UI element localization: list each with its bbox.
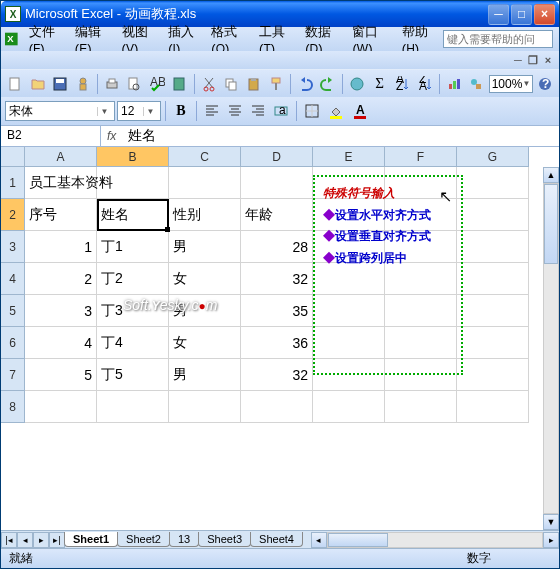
column-header[interactable]: E xyxy=(313,147,385,167)
align-right-button[interactable] xyxy=(247,100,269,122)
sheet-tab[interactable]: Sheet3 xyxy=(198,532,251,547)
research-button[interactable] xyxy=(169,73,189,95)
cell[interactable] xyxy=(457,391,529,423)
cell[interactable] xyxy=(169,391,241,423)
scroll-down-button[interactable]: ▼ xyxy=(543,514,559,530)
scroll-thumb[interactable] xyxy=(328,533,388,547)
cell[interactable] xyxy=(385,359,457,391)
horizontal-scrollbar[interactable]: ◂ ▸ xyxy=(311,532,559,548)
chart-button[interactable] xyxy=(444,73,464,95)
cell[interactable]: 男 xyxy=(169,231,241,263)
sort-desc-button[interactable]: ZA xyxy=(414,73,434,95)
borders-button[interactable] xyxy=(301,100,323,122)
cell[interactable] xyxy=(313,391,385,423)
cell[interactable]: 女 xyxy=(169,327,241,359)
cell[interactable] xyxy=(313,263,385,295)
align-center-button[interactable] xyxy=(224,100,246,122)
save-button[interactable] xyxy=(50,73,70,95)
tab-prev-button[interactable]: ◂ xyxy=(17,532,33,548)
cell[interactable]: 丁2 xyxy=(97,263,169,295)
cell[interactable]: 5 xyxy=(25,359,97,391)
cell[interactable] xyxy=(241,167,313,199)
cell[interactable]: 36 xyxy=(241,327,313,359)
cell[interactable]: 2 xyxy=(25,263,97,295)
cell[interactable]: 32 xyxy=(241,263,313,295)
row-header[interactable]: 4 xyxy=(1,263,25,295)
cell[interactable] xyxy=(313,327,385,359)
font-size-combo[interactable]: 12▼ xyxy=(117,101,161,121)
column-header[interactable]: A xyxy=(25,147,97,167)
print-button[interactable] xyxy=(102,73,122,95)
scroll-thumb[interactable] xyxy=(544,184,558,264)
sort-asc-button[interactable]: AZ xyxy=(392,73,412,95)
name-box[interactable]: B2 xyxy=(1,126,101,146)
fx-icon[interactable]: fx xyxy=(107,129,116,143)
close-button[interactable]: × xyxy=(534,4,555,25)
scroll-up-button[interactable]: ▲ xyxy=(543,167,559,183)
select-all-corner[interactable] xyxy=(1,147,25,167)
cell[interactable]: 男 xyxy=(169,359,241,391)
row-header[interactable]: 7 xyxy=(1,359,25,391)
column-header[interactable]: F xyxy=(385,147,457,167)
permission-button[interactable] xyxy=(72,73,92,95)
minimize-button[interactable]: ─ xyxy=(488,4,509,25)
cell[interactable]: 28 xyxy=(241,231,313,263)
row-header[interactable]: 1 xyxy=(1,167,25,199)
row-header[interactable]: 2 xyxy=(1,199,25,231)
cell[interactable]: 丁3 xyxy=(97,295,169,327)
redo-button[interactable] xyxy=(318,73,338,95)
cell[interactable] xyxy=(313,199,385,231)
font-name-combo[interactable]: 宋体▼ xyxy=(5,101,115,121)
cell[interactable] xyxy=(313,167,385,199)
cell[interactable] xyxy=(169,167,241,199)
cell[interactable]: 性别 xyxy=(169,199,241,231)
zoom-combo[interactable]: 100%▼ xyxy=(489,75,533,93)
cell[interactable] xyxy=(385,295,457,327)
paste-button[interactable] xyxy=(243,73,263,95)
doc-minimize-button[interactable]: ─ xyxy=(511,53,525,67)
align-left-button[interactable] xyxy=(201,100,223,122)
scroll-left-button[interactable]: ◂ xyxy=(311,532,327,548)
cell[interactable]: 女 xyxy=(169,263,241,295)
vertical-scrollbar[interactable]: ▲ ▼ xyxy=(543,167,559,530)
cell[interactable] xyxy=(385,231,457,263)
drawing-button[interactable] xyxy=(466,73,486,95)
help-button[interactable]: ? xyxy=(535,73,555,95)
cell[interactable] xyxy=(457,231,529,263)
open-button[interactable] xyxy=(27,73,47,95)
cell[interactable] xyxy=(385,391,457,423)
fill-color-button[interactable] xyxy=(325,100,347,122)
scroll-right-button[interactable]: ▸ xyxy=(543,532,559,548)
formula-input[interactable]: 姓名 xyxy=(122,125,559,147)
tab-last-button[interactable]: ▸| xyxy=(49,532,65,548)
tab-next-button[interactable]: ▸ xyxy=(33,532,49,548)
hyperlink-button[interactable] xyxy=(347,73,367,95)
cell[interactable] xyxy=(457,199,529,231)
preview-button[interactable] xyxy=(124,73,144,95)
column-header[interactable]: C xyxy=(169,147,241,167)
undo-button[interactable] xyxy=(295,73,315,95)
row-header[interactable]: 6 xyxy=(1,327,25,359)
cell[interactable]: 男 xyxy=(169,295,241,327)
cell[interactable]: 年龄 xyxy=(241,199,313,231)
sheet-tab[interactable]: Sheet1 xyxy=(64,532,118,547)
cell[interactable] xyxy=(313,359,385,391)
cell[interactable]: 32 xyxy=(241,359,313,391)
cell[interactable] xyxy=(97,391,169,423)
sheet-tab[interactable]: Sheet4 xyxy=(250,532,303,547)
cell[interactable] xyxy=(385,327,457,359)
cell[interactable] xyxy=(457,295,529,327)
cell[interactable]: 序号 xyxy=(25,199,97,231)
help-search-input[interactable] xyxy=(443,30,553,48)
cell[interactable] xyxy=(241,391,313,423)
row-header[interactable]: 5 xyxy=(1,295,25,327)
cell[interactable]: 丁4 xyxy=(97,327,169,359)
tab-first-button[interactable]: |◂ xyxy=(1,532,17,548)
new-button[interactable] xyxy=(5,73,25,95)
sheet-tab[interactable]: 13 xyxy=(169,532,199,547)
row-header[interactable]: 3 xyxy=(1,231,25,263)
doc-restore-button[interactable]: ❐ xyxy=(526,53,540,67)
cell[interactable]: 3 xyxy=(25,295,97,327)
cell[interactable]: 员工基本资料 xyxy=(25,167,97,199)
cell[interactable] xyxy=(457,263,529,295)
